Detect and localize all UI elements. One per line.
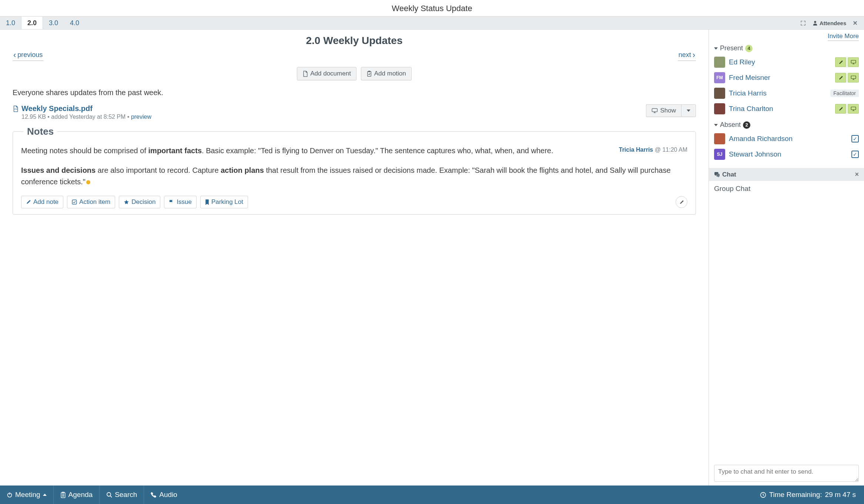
chat-panel-header: Chat × xyxy=(709,168,864,181)
chevron-up-icon xyxy=(43,494,47,496)
present-count-badge: 4 xyxy=(745,45,753,52)
notes-legend: Notes xyxy=(23,126,57,137)
absent-group-toggle[interactable]: Absent 2 xyxy=(714,121,859,129)
show-attachment-dropdown[interactable] xyxy=(681,104,696,117)
attendee-name[interactable]: Amanda Richardson xyxy=(729,135,848,143)
meeting-menu[interactable]: Meeting xyxy=(0,485,54,504)
page-title: Weekly Status Update xyxy=(0,0,864,16)
attendee-name[interactable]: Trina Charlton xyxy=(729,105,831,113)
parking-lot-button[interactable]: Parking Lot xyxy=(200,196,248,208)
add-document-button[interactable]: Add document xyxy=(297,67,356,80)
scribe-button[interactable] xyxy=(835,57,846,67)
note-content[interactable]: Meeting notes should be comprised of imp… xyxy=(21,145,687,188)
avatar xyxy=(714,103,725,114)
svg-rect-1 xyxy=(367,71,371,76)
attachment-preview-link[interactable]: preview xyxy=(131,114,151,120)
fullscreen-icon[interactable] xyxy=(800,20,806,26)
next-link[interactable]: next xyxy=(678,51,696,61)
chat-input[interactable] xyxy=(714,465,859,482)
add-document-label: Add document xyxy=(310,70,351,77)
absent-count-badge: 2 xyxy=(743,121,750,129)
svg-point-0 xyxy=(814,21,816,23)
search-button[interactable]: Search xyxy=(100,485,144,504)
person-icon xyxy=(813,20,818,26)
show-label: Show xyxy=(660,107,676,114)
absent-label: Absent xyxy=(720,121,741,129)
add-note-button[interactable]: Add note xyxy=(21,196,63,208)
presenter-button[interactable] xyxy=(848,104,859,114)
presenter-button[interactable] xyxy=(848,57,859,67)
attendance-checkbox[interactable]: ✓ xyxy=(851,135,859,142)
svg-rect-4 xyxy=(652,108,657,112)
notes-section: Notes Tricia Harris @ 11:20 AM Meeting n… xyxy=(13,131,696,215)
checkbox-icon xyxy=(72,199,77,205)
pdf-icon: PDF xyxy=(13,105,19,120)
attendee-name[interactable]: Tricia Harris xyxy=(729,89,827,97)
invite-more-link[interactable]: Invite More xyxy=(828,33,859,41)
edit-notes-button[interactable] xyxy=(676,196,687,208)
clipboard-check-icon xyxy=(366,71,372,77)
tab-1-0[interactable]: 1.0 xyxy=(0,17,21,29)
pencil-icon xyxy=(679,200,684,205)
previous-link[interactable]: previous xyxy=(13,51,43,61)
chat-panel: Group Chat xyxy=(709,181,864,485)
attendee-row: Tricia HarrisFacilitator xyxy=(714,85,859,101)
avatar: FM xyxy=(714,72,725,83)
sidebar: Invite More Present 4 Ed RileyFMFred Mei… xyxy=(709,30,864,485)
add-motion-button[interactable]: Add motion xyxy=(361,67,412,80)
tab-2-0[interactable]: 2.0 xyxy=(21,17,43,29)
document-icon xyxy=(302,71,308,77)
phone-icon xyxy=(151,492,157,498)
chat-heading: Chat xyxy=(722,171,736,178)
bottom-bar: Meeting Agenda Search Audio Time Remaini… xyxy=(0,485,864,504)
chevron-down-icon xyxy=(714,47,718,50)
scribe-button[interactable] xyxy=(835,73,846,83)
main-content: 2.0 Weekly Updates previous next Add doc… xyxy=(0,30,709,485)
svg-rect-5 xyxy=(72,200,76,204)
chat-group-label: Group Chat xyxy=(714,185,859,193)
presenter-button[interactable] xyxy=(848,73,859,83)
present-group-toggle[interactable]: Present 4 xyxy=(714,44,859,52)
avatar xyxy=(714,133,725,144)
svg-rect-6 xyxy=(851,60,856,63)
decision-button[interactable]: Decision xyxy=(119,196,160,208)
action-item-button[interactable]: Action item xyxy=(67,196,115,208)
tab-4-0[interactable]: 4.0 xyxy=(64,17,85,29)
attendee-row: FMFred Meisner xyxy=(714,70,859,85)
bookmark-icon xyxy=(205,199,209,205)
add-motion-label: Add motion xyxy=(374,70,406,77)
avatar: SJ xyxy=(714,149,725,160)
agenda-button[interactable]: Agenda xyxy=(54,485,100,504)
svg-point-12 xyxy=(107,493,111,496)
attendee-name[interactable]: Ed Riley xyxy=(729,58,831,66)
attendee-name[interactable]: Fred Meisner xyxy=(729,74,831,82)
attachment-filename[interactable]: Weekly Specials.pdf xyxy=(21,104,151,113)
attendee-row: Trina Charlton xyxy=(714,101,859,117)
time-remaining: Time Remaining: 29 m 47 s xyxy=(752,485,864,504)
attendee-row: SJStewart Johnson✓ xyxy=(714,147,859,162)
note-author-stamp: Tricia Harris @ 11:20 AM xyxy=(619,147,687,153)
chevron-down-icon xyxy=(714,124,718,126)
attendance-checkbox[interactable]: ✓ xyxy=(851,151,859,158)
close-chat-button[interactable]: × xyxy=(855,171,859,178)
audio-button[interactable]: Audio xyxy=(144,485,184,504)
svg-rect-8 xyxy=(851,107,856,110)
attendee-row: Ed Riley xyxy=(714,54,859,70)
section-body-text: Everyone shares updates from the past we… xyxy=(13,88,696,97)
show-attachment-button[interactable]: Show xyxy=(646,104,681,117)
power-icon xyxy=(7,492,13,498)
chat-icon xyxy=(714,172,720,177)
cursor-indicator xyxy=(86,180,90,184)
chevron-down-icon xyxy=(687,110,690,112)
attendees-panel: Invite More Present 4 Ed RileyFMFred Mei… xyxy=(709,30,864,168)
role-badge: Facilitator xyxy=(830,90,859,97)
flag-icon xyxy=(169,199,174,205)
tab-3-0[interactable]: 3.0 xyxy=(43,17,64,29)
close-attendees-button[interactable]: × xyxy=(853,19,857,27)
section-heading: 2.0 Weekly Updates xyxy=(13,35,696,47)
attendee-row: Amanda Richardson✓ xyxy=(714,131,859,147)
issue-button[interactable]: Issue xyxy=(164,196,197,208)
scribe-button[interactable] xyxy=(835,104,846,114)
attendees-header-label: Attendees xyxy=(820,20,847,26)
attendee-name[interactable]: Stewart Johnson xyxy=(729,150,848,158)
